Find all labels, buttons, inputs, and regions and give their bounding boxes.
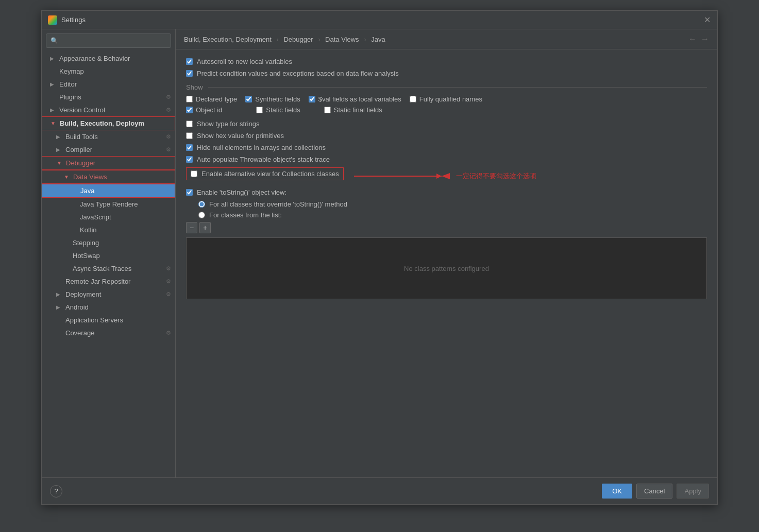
sidebar-item-build-execution[interactable]: ▼ Build, Execution, Deploym [42,116,175,130]
sidebar-item-kotlin[interactable]: Kotlin [42,224,175,236]
sidebar-item-label: Compiler [65,146,166,153]
sidebar-item-debugger[interactable]: ▼ Debugger [42,156,175,170]
predict-condition-checkbox[interactable] [186,70,193,77]
sidebar-item-label: Appearance & Behavior [59,55,171,62]
expand-arrow: ▶ [56,291,63,297]
red-arrow-svg [349,166,452,186]
object-id-label: Object id [196,106,222,114]
sidebar-item-label: Stepping [73,239,171,247]
nav-forward-button[interactable]: → [701,35,709,44]
help-button[interactable]: ? [50,485,62,497]
breadcrumb-part-1: Build, Execution, Deployment [184,36,272,43]
main-content: Build, Execution, Deployment › Debugger … [176,29,717,477]
svg-marker-1 [436,174,442,179]
val-fields-row: $val fields as local variables [309,95,401,103]
object-id-row: Object id [186,106,222,114]
sidebar-item-plugins[interactable]: Plugins ⚙ [42,91,175,104]
synthetic-fields-checkbox[interactable] [245,96,252,102]
apply-button[interactable]: Apply [677,484,709,499]
show-type-strings-checkbox[interactable] [186,121,193,127]
sidebar-item-appearance[interactable]: ▶ Appearance & Behavior [42,52,175,65]
sidebar-item-stepping[interactable]: Stepping [42,236,175,249]
sidebar-item-remote-jar[interactable]: Remote Jar Repositor ⚙ [42,275,175,288]
sidebar-item-label: Build Tools [65,133,166,141]
search-input[interactable] [61,37,166,45]
minus-button[interactable]: − [186,222,197,233]
cancel-button[interactable]: Cancel [636,484,672,499]
plus-button[interactable]: + [199,222,211,233]
autoscroll-row: Autoscroll to new local variables [186,58,707,65]
expand-arrow: ▼ [57,160,64,166]
settings-icon: ⚙ [166,330,171,336]
sidebar-item-hotswap[interactable]: HotSwap [42,249,175,262]
for-classes-list-label: For classes from the list: [209,211,282,219]
sidebar-item-version-control[interactable]: ▶ Version Control ⚙ [42,104,175,116]
synthetic-fields-row: Synthetic fields [245,95,300,103]
sidebar-item-keymap[interactable]: Keymap [42,65,175,78]
expand-arrow: ▶ [56,304,63,310]
expand-arrow: ▶ [50,81,57,87]
sidebar-item-label: Data Views [73,173,171,181]
show-section: Show Declared type Synthetic fields [186,83,707,114]
sidebar-item-label: Async Stack Traces [73,265,166,272]
for-all-classes-radio[interactable] [198,201,205,208]
sidebar-item-compiler[interactable]: ▶ Compiler ⚙ [42,143,175,156]
autoscroll-checkbox[interactable] [186,58,193,65]
synthetic-fields-label: Synthetic fields [255,95,300,103]
annotation-text: 一定记得不要勾选这个选项 [456,171,536,181]
list-empty-text: No class patterns configured [404,265,489,272]
expand-arrow: ▶ [50,56,57,61]
settings-icon: ⚙ [166,265,171,272]
expand-arrow: ▼ [50,121,58,126]
sidebar-item-app-servers[interactable]: Application Servers [42,314,175,327]
sidebar-item-label: Remote Jar Repositor [65,278,166,285]
sidebar-item-label: Build, Execution, Deploym [60,119,171,127]
ok-button[interactable]: OK [602,484,632,499]
declared-type-checkbox[interactable] [186,96,193,102]
sidebar-item-label: HotSwap [73,252,171,260]
sidebar-item-label: Android [65,303,171,311]
enable-alt-view-label: Enable alternative view for Collections … [201,170,339,178]
expand-arrow: ▶ [56,147,63,152]
sidebar-item-label: Editor [59,80,171,88]
fully-qualified-checkbox[interactable] [410,96,416,102]
app-icon [48,15,57,25]
hide-null-checkbox[interactable] [186,144,193,151]
breadcrumb-part-4: Java [371,36,385,43]
static-fields-row: Static fields [256,106,300,114]
settings-icon: ⚙ [166,291,171,298]
declared-type-row: Declared type [186,95,237,103]
enable-tostring-checkbox[interactable] [186,189,193,196]
sidebar-item-javascript[interactable]: JavaScript [42,211,175,224]
close-button[interactable]: ✕ [704,16,711,24]
for-classes-list-radio[interactable] [198,212,205,218]
sidebar-item-build-tools[interactable]: ▶ Build Tools ⚙ [42,130,175,143]
static-fields-label: Static fields [266,106,300,114]
list-controls: − + [186,222,707,233]
sidebar-item-deployment[interactable]: ▶ Deployment ⚙ [42,288,175,301]
sidebar-item-label: Deployment [65,290,166,298]
nav-back-button[interactable]: ← [688,35,697,44]
sidebar-item-android[interactable]: ▶ Android [42,301,175,314]
static-fields-checkbox[interactable] [256,107,263,113]
sidebar-item-coverage[interactable]: Coverage ⚙ [42,327,175,339]
sidebar-item-label: Keymap [59,67,171,75]
sidebar-item-data-views[interactable]: ▼ Data Views [42,170,175,184]
sidebar-item-async-stack[interactable]: Async Stack Traces ⚙ [42,262,175,275]
sidebar-item-editor[interactable]: ▶ Editor [42,78,175,91]
static-final-fields-checkbox[interactable] [324,107,331,113]
sidebar-item-label: Kotlin [80,226,171,234]
auto-populate-checkbox[interactable] [186,156,193,163]
object-id-checkbox[interactable] [186,107,193,113]
for-classes-list-row: For classes from the list: [186,211,707,219]
enable-alt-view-checkbox[interactable] [191,170,197,177]
sidebar-item-java[interactable]: Java [42,184,175,198]
val-fields-checkbox[interactable] [309,96,315,102]
for-all-classes-label: For all classes that override 'toString(… [209,200,347,208]
content-area: 🔍 ▶ Appearance & Behavior Keymap ▶ Edito… [42,29,717,477]
expand-arrow: ▶ [56,134,63,140]
show-group-label: Show [186,83,707,91]
sidebar-item-java-type-renderer[interactable]: Java Type Rendere [42,198,175,211]
bottom-actions: OK Cancel Apply [602,484,709,499]
show-hex-checkbox[interactable] [186,132,193,139]
